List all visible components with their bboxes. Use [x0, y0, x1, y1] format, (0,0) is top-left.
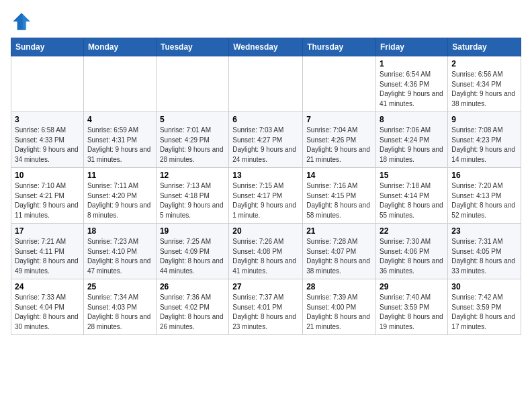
day-info: Sunrise: 7:15 AMSunset: 4:17 PMDaylight:…: [232, 181, 299, 220]
day-number: 23: [451, 226, 517, 236]
day-info: Sunrise: 7:28 AMSunset: 4:07 PMDaylight:…: [306, 237, 372, 276]
page-header: [11, 11, 521, 32]
weekday-header-tuesday: Tuesday: [156, 38, 228, 56]
day-number: 20: [232, 226, 299, 236]
day-info: Sunrise: 7:18 AMSunset: 4:14 PMDaylight:…: [380, 181, 444, 220]
day-info: Sunrise: 7:26 AMSunset: 4:08 PMDaylight:…: [232, 237, 299, 276]
calendar-cell: 3Sunrise: 6:58 AMSunset: 4:33 PMDaylight…: [11, 112, 84, 168]
calendar-cell: 2Sunrise: 6:56 AMSunset: 4:34 PMDaylight…: [448, 56, 521, 112]
calendar-cell: [303, 56, 376, 112]
calendar-cell: 30Sunrise: 7:42 AMSunset: 3:59 PMDayligh…: [448, 279, 521, 335]
day-info: Sunrise: 7:25 AMSunset: 4:09 PMDaylight:…: [160, 237, 225, 276]
day-info: Sunrise: 7:36 AMSunset: 4:02 PMDaylight:…: [160, 293, 225, 332]
calendar-cell: 4Sunrise: 6:59 AMSunset: 4:31 PMDaylight…: [83, 112, 156, 168]
day-number: 26: [160, 282, 225, 291]
day-number: 5: [160, 115, 225, 124]
calendar-cell: 10Sunrise: 7:10 AMSunset: 4:21 PMDayligh…: [11, 168, 84, 224]
day-info: Sunrise: 7:08 AMSunset: 4:23 PMDaylight:…: [451, 126, 517, 165]
day-info: Sunrise: 6:56 AMSunset: 4:34 PMDaylight:…: [451, 70, 517, 109]
day-info: Sunrise: 6:54 AMSunset: 4:36 PMDaylight:…: [380, 70, 444, 109]
calendar-cell: 7Sunrise: 7:04 AMSunset: 4:26 PMDaylight…: [303, 112, 376, 168]
day-info: Sunrise: 7:30 AMSunset: 4:06 PMDaylight:…: [380, 237, 444, 276]
calendar-cell: [11, 56, 84, 112]
day-number: 30: [451, 282, 517, 291]
day-number: 8: [380, 115, 444, 124]
weekday-header-monday: Monday: [83, 38, 156, 56]
day-number: 15: [380, 171, 444, 180]
calendar-cell: [156, 56, 228, 112]
weekday-header-saturday: Saturday: [448, 38, 521, 56]
weekday-header-friday: Friday: [376, 38, 448, 56]
day-number: 29: [380, 282, 444, 291]
day-number: 22: [380, 226, 444, 236]
calendar-cell: 24Sunrise: 7:33 AMSunset: 4:04 PMDayligh…: [11, 279, 84, 335]
day-info: Sunrise: 7:23 AMSunset: 4:10 PMDaylight:…: [87, 237, 152, 276]
calendar-cell: 25Sunrise: 7:34 AMSunset: 4:03 PMDayligh…: [83, 279, 156, 335]
day-info: Sunrise: 7:16 AMSunset: 4:15 PMDaylight:…: [306, 181, 372, 220]
calendar-week-2: 3Sunrise: 6:58 AMSunset: 4:33 PMDaylight…: [11, 112, 521, 168]
svg-marker-1: [23, 14, 30, 29]
day-number: 28: [306, 282, 372, 291]
weekday-header-sunday: Sunday: [11, 38, 84, 56]
day-info: Sunrise: 7:06 AMSunset: 4:24 PMDaylight:…: [380, 126, 444, 165]
calendar-cell: 14Sunrise: 7:16 AMSunset: 4:15 PMDayligh…: [303, 168, 376, 224]
day-number: 12: [160, 171, 225, 180]
calendar-cell: 12Sunrise: 7:13 AMSunset: 4:18 PMDayligh…: [156, 168, 228, 224]
day-number: 1: [380, 59, 444, 68]
calendar-cell: [229, 56, 303, 112]
weekday-header-wednesday: Wednesday: [229, 38, 303, 56]
calendar-cell: 28Sunrise: 7:39 AMSunset: 4:00 PMDayligh…: [303, 279, 376, 335]
day-info: Sunrise: 7:20 AMSunset: 4:13 PMDaylight:…: [451, 181, 517, 220]
day-info: Sunrise: 7:21 AMSunset: 4:11 PMDaylight:…: [15, 237, 80, 276]
weekday-header-row: SundayMondayTuesdayWednesdayThursdayFrid…: [11, 38, 521, 56]
day-number: 16: [451, 171, 517, 180]
calendar-cell: 17Sunrise: 7:21 AMSunset: 4:11 PMDayligh…: [11, 224, 84, 279]
day-number: 13: [232, 171, 299, 180]
calendar-week-5: 24Sunrise: 7:33 AMSunset: 4:04 PMDayligh…: [11, 279, 521, 335]
day-info: Sunrise: 6:58 AMSunset: 4:33 PMDaylight:…: [15, 126, 80, 165]
day-number: 6: [232, 115, 299, 124]
calendar-cell: 23Sunrise: 7:31 AMSunset: 4:05 PMDayligh…: [448, 224, 521, 279]
day-info: Sunrise: 7:33 AMSunset: 4:04 PMDaylight:…: [15, 293, 80, 332]
calendar-cell: 9Sunrise: 7:08 AMSunset: 4:23 PMDaylight…: [448, 112, 521, 168]
day-info: Sunrise: 7:42 AMSunset: 3:59 PMDaylight:…: [451, 293, 517, 332]
day-info: Sunrise: 7:10 AMSunset: 4:21 PMDaylight:…: [15, 181, 80, 220]
day-info: Sunrise: 7:03 AMSunset: 4:27 PMDaylight:…: [232, 126, 299, 165]
day-info: Sunrise: 7:37 AMSunset: 4:01 PMDaylight:…: [232, 293, 299, 332]
day-number: 21: [306, 226, 372, 236]
day-info: Sunrise: 7:13 AMSunset: 4:18 PMDaylight:…: [160, 181, 225, 220]
day-number: 17: [15, 226, 80, 236]
calendar-cell: 21Sunrise: 7:28 AMSunset: 4:07 PMDayligh…: [303, 224, 376, 279]
day-number: 11: [87, 171, 152, 180]
calendar-cell: [83, 56, 156, 112]
logo: [11, 11, 35, 32]
calendar-week-3: 10Sunrise: 7:10 AMSunset: 4:21 PMDayligh…: [11, 168, 521, 224]
calendar-cell: 26Sunrise: 7:36 AMSunset: 4:02 PMDayligh…: [156, 279, 228, 335]
day-info: Sunrise: 7:11 AMSunset: 4:20 PMDaylight:…: [87, 181, 152, 220]
calendar-week-4: 17Sunrise: 7:21 AMSunset: 4:11 PMDayligh…: [11, 224, 521, 279]
day-info: Sunrise: 7:01 AMSunset: 4:29 PMDaylight:…: [160, 126, 225, 165]
day-number: 25: [87, 282, 152, 291]
calendar-cell: 16Sunrise: 7:20 AMSunset: 4:13 PMDayligh…: [448, 168, 521, 224]
day-info: Sunrise: 7:04 AMSunset: 4:26 PMDaylight:…: [306, 126, 372, 165]
day-info: Sunrise: 7:31 AMSunset: 4:05 PMDaylight:…: [451, 237, 517, 276]
day-info: Sunrise: 7:34 AMSunset: 4:03 PMDaylight:…: [87, 293, 152, 332]
calendar-cell: 27Sunrise: 7:37 AMSunset: 4:01 PMDayligh…: [229, 279, 303, 335]
day-info: Sunrise: 7:39 AMSunset: 4:00 PMDaylight:…: [306, 293, 372, 332]
calendar-table: SundayMondayTuesdayWednesdayThursdayFrid…: [11, 38, 521, 335]
calendar-cell: 5Sunrise: 7:01 AMSunset: 4:29 PMDaylight…: [156, 112, 228, 168]
day-number: 19: [160, 226, 225, 236]
calendar-cell: 22Sunrise: 7:30 AMSunset: 4:06 PMDayligh…: [376, 224, 448, 279]
calendar-cell: 19Sunrise: 7:25 AMSunset: 4:09 PMDayligh…: [156, 224, 228, 279]
calendar-cell: 6Sunrise: 7:03 AMSunset: 4:27 PMDaylight…: [229, 112, 303, 168]
day-number: 24: [15, 282, 80, 291]
calendar-cell: 11Sunrise: 7:11 AMSunset: 4:20 PMDayligh…: [83, 168, 156, 224]
day-number: 4: [87, 115, 152, 124]
day-number: 9: [451, 115, 517, 124]
day-number: 14: [306, 171, 372, 180]
day-number: 10: [15, 171, 80, 180]
day-info: Sunrise: 7:40 AMSunset: 3:59 PMDaylight:…: [380, 293, 444, 332]
day-number: 27: [232, 282, 299, 291]
weekday-header-thursday: Thursday: [303, 38, 376, 56]
logo-icon: [11, 11, 32, 32]
